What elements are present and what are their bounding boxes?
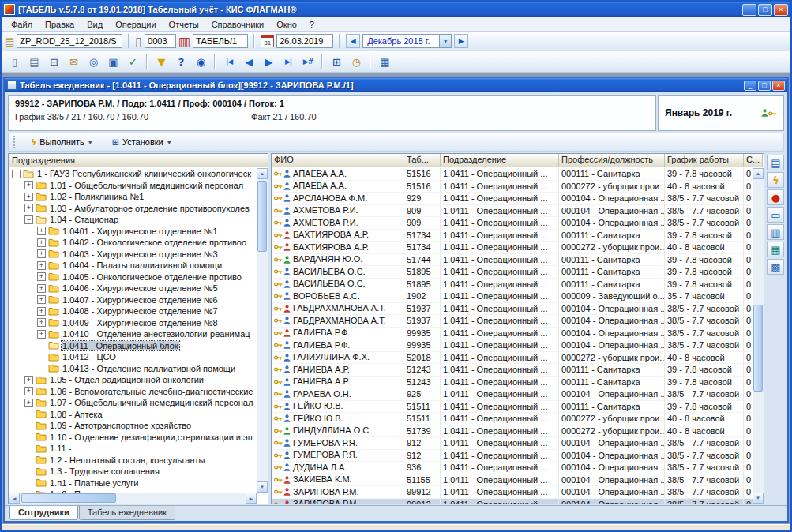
mail-button[interactable]: ✉ [64, 53, 83, 70]
table-row[interactable]: БАХТИЯРОВА А.Р.517341.0411 - Операционны… [272, 242, 753, 254]
expand-box[interactable]: + [24, 399, 33, 407]
table-row[interactable]: ГАБДРАХМАНОВА А.Т.519371.0411 - Операцио… [272, 303, 753, 316]
find-button[interactable]: ◎ [84, 53, 103, 70]
column-header-1[interactable]: Таб... [404, 154, 441, 167]
expand-box[interactable]: + [37, 227, 46, 235]
menu-item-3[interactable]: Операции [109, 18, 162, 31]
tab-1[interactable]: Табель ежедневник [79, 506, 175, 520]
table-row[interactable]: АПАЕВА А.А.515161.0411 - Операционный ..… [272, 168, 753, 181]
table-row[interactable]: ДУДИНА Л.А.9361.0411 - Операционный ...0… [272, 462, 753, 474]
table-row[interactable]: ГАЛИЕВА Р.Ф.999351.0411 - Операционный .… [272, 328, 753, 340]
tree-node[interactable]: −1 - ГАУЗ Республиканский клинический он… [9, 168, 257, 180]
table-row[interactable]: АРСЛАНОВА Ф.М.9291.0411 - Операционный .… [272, 193, 753, 205]
goto-record-button[interactable]: ▶# [298, 53, 317, 70]
calc-button[interactable]: ▦ [375, 53, 394, 70]
column-header-3[interactable]: Профессия/должность [559, 154, 665, 167]
document-number-input[interactable] [17, 34, 122, 48]
record-button[interactable]: ● [767, 189, 784, 205]
table-vertical-scrollbar[interactable]: ▲ ▼ [753, 168, 764, 504]
expand-box[interactable]: + [37, 238, 46, 247]
tree-node[interactable]: +1.0401 - Хирургическое отделение №1 [9, 226, 257, 238]
table-row[interactable]: ГАБДРАХМАНОВА А.Т.519371.0411 - Операцио… [272, 315, 753, 328]
next-record-button[interactable]: ▶ [259, 53, 278, 70]
code-input[interactable] [145, 34, 176, 48]
settings-menu-button[interactable]: ⊞ Установки ▼ [107, 134, 178, 150]
column-header-5[interactable]: С... [744, 154, 763, 167]
scroll-up-button[interactable]: ▲ [753, 168, 764, 179]
table-row[interactable]: ВАРДАНЯН Ю.О.517441.0411 - Операционный … [272, 254, 753, 267]
column-header-4[interactable]: График работы [665, 154, 744, 167]
expand-box[interactable]: + [37, 295, 46, 304]
last-record-button[interactable]: ▶| [279, 53, 298, 70]
scroll-thumb[interactable] [257, 181, 267, 252]
clock-button[interactable]: ◷ [347, 53, 366, 70]
scroll-track[interactable] [753, 179, 764, 493]
expand-box[interactable]: + [37, 307, 46, 316]
menu-item-6[interactable]: Окно [270, 18, 303, 31]
tree-node[interactable]: +1.0402 - Онкологическое отделение проти… [9, 237, 257, 249]
table-row[interactable]: ГУМЕРОВА Р.Я.9121.0411 - Операционный ..… [272, 437, 753, 450]
table-row[interactable]: ВОРОБЬЕВ А.С.19021.0411 - Операционный .… [272, 290, 753, 303]
table-row[interactable]: ВАСИЛЬЕВА О.С.518951.0411 - Операционный… [272, 266, 753, 279]
table-row[interactable]: ЗАРИПОВА Р.М.999121.0411 - Операционный … [272, 499, 753, 504]
next-month-button[interactable]: ▶ [454, 34, 468, 48]
table-row[interactable]: ВАСИЛЬЕВА О.С.518951.0411 - Операционный… [272, 279, 753, 291]
tree-node[interactable]: +1.02 - Поликлиника №1 [9, 191, 257, 203]
scroll-down-button[interactable]: ▼ [753, 493, 764, 504]
table-row[interactable]: ГАНИЕВА А.Р.512431.0411 - Операционный .… [272, 364, 753, 377]
menu-item-7[interactable]: ? [303, 18, 321, 31]
expand-box[interactable]: + [37, 249, 46, 258]
execute-menu-button[interactable]: ϟ Выполнить ▼ [25, 134, 99, 150]
table-row[interactable]: АПАЕВА А.А.515161.0411 - Операционный ..… [272, 181, 753, 193]
window-button[interactable]: ⊞ [327, 53, 346, 70]
scroll-thumb[interactable] [21, 493, 116, 503]
table-row[interactable]: БАХТИЯРОВА А.Р.517341.0411 - Операционны… [272, 230, 753, 242]
table-row[interactable]: ГАРАЕВА О.Н.9251.0411 - Операционный ...… [272, 388, 753, 401]
execute-strip-button[interactable]: ϟ [767, 172, 784, 188]
tree-node[interactable]: 1.08 - Аптека [9, 409, 257, 421]
child-close-button[interactable]: × [772, 81, 785, 91]
tree-node[interactable]: 1.0411 - Операционный блок [9, 340, 257, 352]
tree-node[interactable]: +1.0405 - Онкологическое отделение проти… [9, 272, 257, 283]
tree-node[interactable]: +1.07 - Общебольничный немедицинский пер… [9, 397, 257, 409]
tree-node[interactable]: +1.0407 - Хирургическое отделение №6 [9, 294, 257, 306]
tree-horizontal-scrollbar[interactable]: ◀ ▶ [9, 493, 257, 504]
copy-button[interactable]: ▤ [24, 53, 43, 70]
tree-node[interactable]: +1.03 - Амбулаторное отделение противооп… [9, 203, 257, 215]
sheet-button[interactable]: ▤ [767, 155, 784, 170]
tree-node[interactable]: +1.0410 - Отделение анестезиологии-реани… [9, 328, 257, 340]
tree-node[interactable]: +1.0409 - Хирургическое отделение №8 [9, 317, 257, 329]
expand-box[interactable]: + [24, 376, 33, 384]
table-row[interactable]: ЗАКИЕВА К.М.511551.0411 - Операционный .… [272, 474, 753, 487]
table-row[interactable]: ГАЛИУЛЛИНА Ф.Х.520181.0411 - Операционны… [272, 352, 753, 365]
expand-box[interactable]: + [24, 181, 33, 189]
table-row[interactable]: ГИНДУЛЛИНА О.С.517391.0411 - Операционны… [272, 425, 753, 438]
scroll-track[interactable] [20, 493, 246, 504]
prev-record-button[interactable]: ◀ [239, 53, 258, 70]
first-record-button[interactable]: |◀ [220, 53, 238, 70]
child-minimize-button[interactable]: _ [744, 81, 756, 91]
menu-item-5[interactable]: Справочники [205, 18, 271, 31]
tree-node[interactable]: 1.0412 - ЦСО [9, 351, 257, 363]
form-button[interactable]: ▭ [767, 207, 784, 223]
menu-item-2[interactable]: Вид [81, 18, 109, 31]
expand-box[interactable]: − [12, 170, 21, 178]
tree-node[interactable]: +1.0408 - Хирургическое отделение №7 [9, 305, 257, 317]
tree-node[interactable]: +1.0406 - Хирургическое отделение №5 [9, 283, 257, 294]
menu-item-1[interactable]: Правка [39, 18, 81, 31]
scroll-down-button[interactable]: ▼ [257, 481, 268, 493]
table-row[interactable]: ГЕЙКО Ю.В.515111.0411 - Операционный ...… [272, 401, 753, 414]
new-doc-button[interactable]: ▯ [5, 53, 24, 70]
tree-node[interactable]: 1.2 - Нештатный состав, консультанты [9, 455, 257, 466]
tree-node[interactable]: 1.п1 - Платные услуги [9, 478, 257, 489]
column-header-0[interactable]: ФИО [272, 154, 404, 167]
expand-box[interactable]: + [24, 193, 33, 201]
tree-node[interactable]: 1.3 - Трудовые соглашения [9, 466, 257, 478]
expand-box[interactable]: + [37, 284, 46, 293]
tree-node[interactable]: +1.0404 - Палаты паллиативной помощи [9, 260, 257, 272]
minimize-button[interactable]: _ [742, 4, 756, 16]
scroll-thumb[interactable] [753, 305, 763, 392]
expand-box[interactable]: − [24, 215, 33, 224]
menu-item-0[interactable]: Файл [5, 18, 39, 31]
scroll-left-button[interactable]: ◀ [9, 493, 20, 504]
